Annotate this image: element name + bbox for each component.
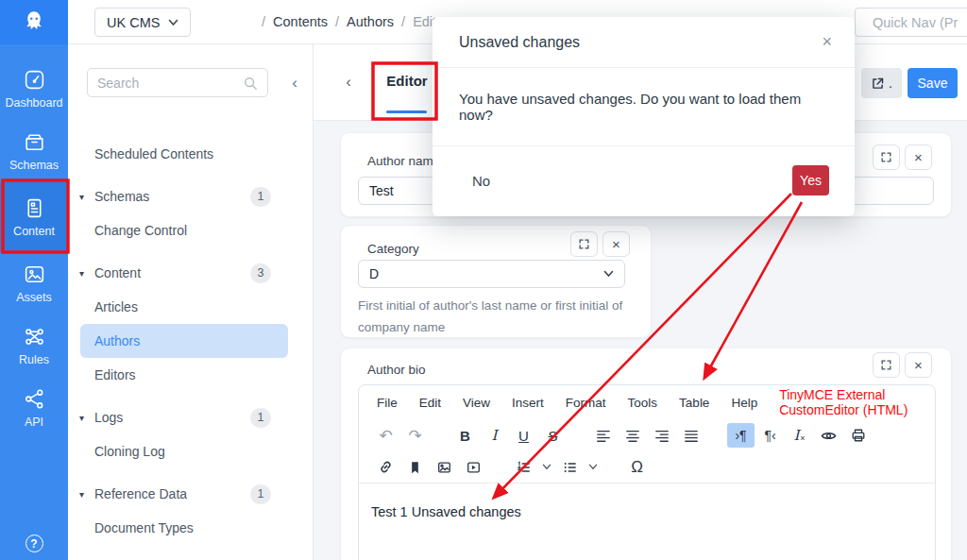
nav-item-label: Rules [19, 353, 49, 366]
quick-nav-input[interactable] [873, 15, 967, 30]
menu-view[interactable]: View [463, 396, 490, 410]
image-icon [436, 460, 452, 475]
clear-formatting-button[interactable]: I× [786, 423, 813, 448]
annotation-tinymce-label: TinyMCE External CustomEditor (HTML) [779, 387, 927, 417]
tree-item-editors[interactable]: Editors [68, 358, 313, 392]
breadcrumb-contents[interactable]: Contents [273, 14, 328, 29]
field-card-category: × Category D First initial of author's l… [340, 225, 652, 338]
link-button[interactable] [372, 455, 399, 480]
nav-item-content[interactable]: Content [0, 182, 68, 252]
no-button[interactable]: No [472, 173, 490, 189]
project-name: UK CMS [107, 15, 160, 30]
category-select[interactable]: D [358, 260, 625, 288]
dialog-message: You have unsaved changes. Do you want to… [433, 68, 855, 146]
tree-group-schemas[interactable]: ▾ Schemas 1 [68, 179, 313, 213]
menu-help[interactable]: Help [731, 396, 757, 410]
tree-group-content[interactable]: ▾ Content 3 [68, 256, 313, 290]
align-left-icon [596, 428, 611, 443]
insert-media-button[interactable] [460, 455, 487, 480]
expand-field-button[interactable] [873, 352, 900, 378]
align-justify-icon [684, 428, 699, 443]
save-button[interactable]: Save [908, 68, 958, 98]
tinymce-editor: File Edit View Insert Format Tools Table… [358, 384, 936, 560]
tree-item-articles[interactable]: Articles [68, 290, 313, 324]
chevron-down-icon [168, 19, 178, 26]
print-button[interactable] [844, 423, 872, 448]
ltr-button[interactable]: ›¶ [727, 423, 755, 448]
field-label: Category [367, 242, 419, 256]
tree-item-change-control[interactable]: Change Control [68, 213, 313, 247]
help-button[interactable]: ? [0, 525, 68, 560]
tree-item-document-types[interactable]: Document Types [68, 511, 313, 545]
strikethrough-button[interactable]: S [539, 423, 567, 448]
dialog-close-icon[interactable]: × [822, 32, 832, 52]
numbered-list-dropdown[interactable] [539, 455, 554, 480]
close-field-button[interactable]: × [602, 231, 630, 257]
project-selector[interactable]: UK CMS [94, 8, 191, 37]
caret-down-icon[interactable]: ▾ [79, 489, 84, 500]
menu-format[interactable]: Format [566, 396, 606, 410]
fullscreen-icon [880, 359, 892, 371]
align-justify-button[interactable] [677, 423, 704, 448]
sidebar-search-input[interactable] [97, 76, 235, 91]
align-right-button[interactable] [648, 423, 675, 448]
menu-tools[interactable]: Tools [628, 396, 658, 410]
menu-insert[interactable]: Insert [512, 396, 544, 410]
open-external-button[interactable]: . [861, 68, 902, 98]
count-badge: 1 [250, 187, 271, 207]
dialog-title: Unsaved changes [459, 34, 580, 51]
dashboard-icon [23, 68, 46, 92]
tree-group-logs[interactable]: ▾ Logs 1 [68, 400, 313, 434]
sidebar-collapse-button[interactable]: ‹ [283, 72, 306, 94]
tree-group-reference-data[interactable]: ▾ Reference Data 1 [68, 477, 313, 511]
nav-item-assets[interactable]: Assets [0, 252, 68, 314]
bullet-list-dropdown[interactable] [585, 455, 601, 480]
preview-button[interactable] [815, 423, 842, 448]
category-value: D [369, 266, 379, 281]
align-center-button[interactable] [619, 423, 646, 448]
italic-button[interactable]: I [481, 423, 508, 448]
menu-file[interactable]: File [377, 396, 398, 410]
caret-down-icon[interactable]: ▾ [79, 192, 84, 202]
yes-button[interactable]: Yes [792, 165, 829, 195]
expand-field-button[interactable] [873, 144, 900, 170]
caret-down-icon[interactable]: ▾ [79, 268, 84, 279]
bold-button[interactable]: B [451, 423, 479, 448]
nav-item-api[interactable]: API [0, 377, 68, 439]
menu-table[interactable]: Table [679, 396, 709, 410]
menu-edit[interactable]: Edit [419, 396, 441, 410]
nav-item-dashboard[interactable]: Dashboard [0, 58, 68, 120]
editor-content-area[interactable]: Test 1 Unsaved changes [359, 484, 935, 559]
expand-field-button[interactable] [570, 231, 598, 257]
redo-button[interactable]: ↷ [401, 423, 429, 448]
nav-item-schemas[interactable]: Schemas [0, 120, 68, 182]
breadcrumb-authors[interactable]: Authors [347, 14, 394, 29]
editor-text: Test 1 Unsaved changes [371, 504, 521, 519]
header-actions: . Save [861, 68, 958, 98]
numbered-list-button[interactable] [510, 455, 537, 480]
squidex-logo[interactable] [0, 0, 68, 44]
underline-button[interactable]: U [510, 423, 537, 448]
field-card-author-bio: × Author bio File Edit View Insert Forma… [340, 348, 952, 560]
close-field-button[interactable]: × [905, 144, 932, 170]
back-button[interactable]: ‹ [338, 72, 359, 93]
tree-item-authors[interactable]: Authors [68, 324, 313, 358]
help-icon: ? [25, 535, 43, 552]
nav-item-rules[interactable]: Rules [0, 314, 68, 377]
anchor-bookmark-button[interactable] [401, 455, 429, 480]
bullet-list-button[interactable] [556, 455, 584, 480]
tree-item-scheduled-contents[interactable]: Scheduled Contents [68, 137, 313, 171]
tree-item-cloning-log[interactable]: Cloning Log [68, 434, 313, 468]
close-field-button[interactable]: × [905, 352, 932, 378]
insert-image-button[interactable] [431, 455, 458, 480]
undo-button[interactable]: ↶ [372, 423, 399, 448]
caret-down-icon[interactable]: ▾ [79, 413, 84, 423]
count-badge: 3 [250, 263, 271, 283]
tab-editor[interactable]: Editor [380, 73, 434, 89]
api-icon [23, 387, 46, 411]
rtl-button[interactable]: ¶‹ [756, 423, 784, 448]
count-badge: 1 [250, 484, 271, 504]
special-character-button[interactable]: Ω [623, 455, 651, 480]
field-label: Author bio [367, 363, 426, 377]
align-left-button[interactable] [589, 423, 617, 448]
